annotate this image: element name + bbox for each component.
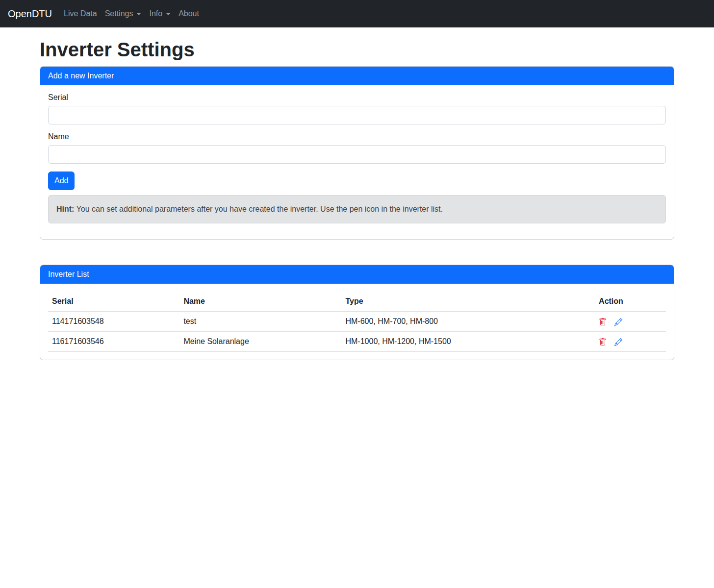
cell-name: Meine Solaranlage — [179, 332, 341, 352]
brand-logo[interactable]: OpenDTU — [8, 8, 52, 20]
trash-icon — [599, 320, 607, 327]
column-header-name: Name — [179, 292, 341, 312]
column-header-type: Type — [341, 292, 595, 312]
page-title: Inverter Settings — [40, 38, 674, 61]
cell-serial: 114171603548 — [48, 312, 179, 332]
name-label: Name — [48, 132, 666, 141]
table-row: 116171603546 Meine Solaranlage HM-1000, … — [48, 332, 666, 352]
add-inverter-card: Add a new Inverter Serial Name Add Hint:… — [40, 66, 674, 240]
cell-name: test — [179, 312, 341, 332]
nav-item-label: Live Data — [64, 9, 97, 18]
inverter-list-card-header: Inverter List — [40, 265, 674, 284]
trash-icon — [599, 340, 607, 347]
delete-inverter-button[interactable] — [599, 318, 607, 326]
nav-item-about[interactable]: About — [175, 5, 203, 22]
pencil-icon — [614, 340, 622, 347]
name-field-group: Name — [48, 132, 666, 164]
cell-action — [595, 332, 666, 352]
add-button[interactable]: Add — [48, 172, 75, 190]
navbar: OpenDTU Live Data Settings Info About — [0, 0, 714, 27]
column-header-serial: Serial — [48, 292, 179, 312]
table-header-row: Serial Name Type Action — [48, 292, 666, 312]
inverter-list-card: Inverter List Serial Name Type Action 11… — [40, 265, 674, 360]
hint-alert: Hint: You can set additional parameters … — [48, 195, 666, 223]
serial-field-group: Serial — [48, 93, 666, 124]
cell-type: HM-600, HM-700, HM-800 — [341, 312, 595, 332]
nav-item-live-data[interactable]: Live Data — [60, 5, 101, 22]
caret-down-icon — [136, 13, 141, 15]
nav-item-info[interactable]: Info — [145, 5, 175, 22]
cell-serial: 116171603546 — [48, 332, 179, 352]
inverter-table: Serial Name Type Action 114171603548 tes… — [48, 292, 666, 352]
name-input[interactable] — [48, 145, 666, 164]
edit-inverter-button[interactable] — [614, 338, 622, 346]
hint-text: You can set additional parameters after … — [74, 205, 443, 213]
table-row: 114171603548 test HM-600, HM-700, HM-800 — [48, 312, 666, 332]
nav-item-label: Info — [149, 9, 162, 18]
cell-type: HM-1000, HM-1200, HM-1500 — [341, 332, 595, 352]
nav-item-settings[interactable]: Settings — [101, 5, 146, 22]
inverter-list-card-body: Serial Name Type Action 114171603548 tes… — [40, 284, 674, 360]
nav-item-label: About — [178, 9, 199, 18]
pencil-icon — [614, 320, 622, 327]
main-container: Inverter Settings Add a new Inverter Ser… — [40, 38, 674, 360]
nav-item-label: Settings — [105, 9, 133, 18]
edit-inverter-button[interactable] — [614, 318, 622, 326]
caret-down-icon — [166, 13, 171, 15]
serial-label: Serial — [48, 93, 666, 102]
serial-input[interactable] — [48, 106, 666, 124]
add-inverter-card-header: Add a new Inverter — [40, 67, 674, 85]
hint-label: Hint: — [56, 205, 74, 213]
column-header-action: Action — [595, 292, 666, 312]
add-inverter-card-body: Serial Name Add Hint: You can set additi… — [40, 85, 674, 239]
page: OpenDTU Live Data Settings Info About In… — [0, 0, 714, 588]
delete-inverter-button[interactable] — [599, 338, 607, 346]
cell-action — [595, 312, 666, 332]
inverter-table-body: 114171603548 test HM-600, HM-700, HM-800… — [48, 312, 666, 352]
